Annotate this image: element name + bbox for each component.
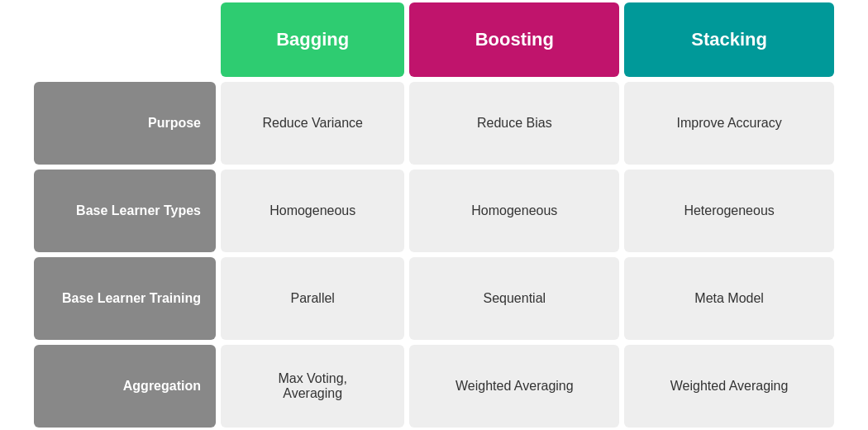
cell-stacking-3: Weighted Averaging [624,345,834,428]
bagging-label: Bagging [276,29,349,50]
cell-stacking-1: Heterogeneous [624,170,834,252]
cell-boosting-0: Reduce Bias [409,82,619,165]
row-label-1: Base Learner Types [34,170,216,252]
table-row: Base Learner TypesHomogeneousHomogeneous… [34,170,834,252]
corner-cell [34,2,216,77]
row-label-3: Aggregation [34,345,216,428]
cell-bagging-3: Max Voting,Averaging [221,345,404,428]
cell-stacking-0: Improve Accuracy [624,82,834,165]
cell-bagging-1: Homogeneous [221,170,404,252]
row-label-0: Purpose [34,82,216,165]
row-label-2: Base Learner Training [34,257,216,340]
boosting-label: Boosting [475,29,554,50]
cell-bagging-0: Reduce Variance [221,82,404,165]
cell-stacking-2: Meta Model [624,257,834,340]
header-stacking: Stacking [624,2,834,77]
table-row: PurposeReduce VarianceReduce BiasImprove… [34,82,834,165]
stacking-label: Stacking [691,29,767,50]
cell-boosting-1: Homogeneous [409,170,619,252]
comparison-table: Bagging Boosting Stacking PurposeReduce … [29,0,839,430]
cell-boosting-2: Sequential [409,257,619,340]
header-bagging: Bagging [221,2,404,77]
table-row: AggregationMax Voting,AveragingWeighted … [34,345,834,428]
table-row: Base Learner TrainingParallelSequentialM… [34,257,834,340]
cell-bagging-2: Parallel [221,257,404,340]
header-boosting: Boosting [409,2,619,77]
comparison-table-wrapper: Bagging Boosting Stacking PurposeReduce … [29,0,839,430]
cell-boosting-3: Weighted Averaging [409,345,619,428]
